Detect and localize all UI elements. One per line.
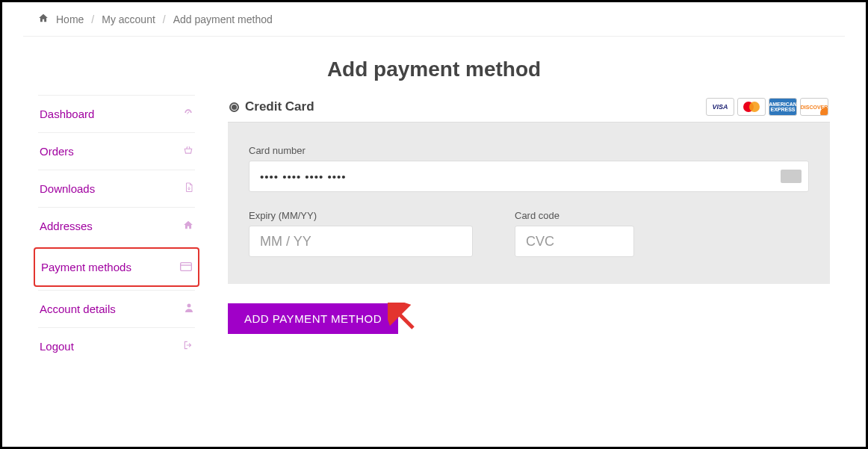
- card-form-panel: Card number •••• •••• •••• •••• Expiry (…: [228, 123, 830, 284]
- sidebar-item-label: Dashboard: [40, 108, 94, 120]
- file-icon: [180, 182, 193, 195]
- credit-card-icon: [179, 261, 192, 273]
- svg-rect-0: [181, 262, 192, 270]
- cvc-label: Card code: [515, 210, 634, 221]
- sidebar-item-label: Downloads: [40, 182, 95, 195]
- main-content: Credit Card VISA AMERICANEXPRESS DISCOVE…: [228, 95, 830, 365]
- sidebar-item-addresses[interactable]: Addresses: [38, 207, 195, 244]
- svg-point-2: [187, 304, 191, 308]
- card-number-mask: •••• •••• •••• ••••: [260, 161, 347, 191]
- basket-icon: [180, 145, 193, 158]
- amex-icon: AMERICANEXPRESS: [769, 98, 797, 116]
- mastercard-icon: [737, 98, 766, 116]
- page-title: Add payment method: [23, 58, 845, 81]
- sidebar-item-account-details[interactable]: Account details: [38, 290, 195, 327]
- visa-icon: VISA: [706, 98, 734, 116]
- dashboard-icon: [180, 108, 193, 120]
- breadcrumb-separator: /: [163, 13, 166, 25]
- card-brand-logos: VISA AMERICANEXPRESS DISCOVER: [706, 98, 828, 116]
- logout-icon: [180, 340, 193, 353]
- sidebar-item-orders[interactable]: Orders: [38, 132, 195, 170]
- sidebar-item-dashboard[interactable]: Dashboard: [38, 95, 195, 132]
- account-sidebar: Dashboard Orders Downloads Addresses: [38, 95, 195, 365]
- sidebar-item-logout[interactable]: Logout: [38, 327, 195, 365]
- sidebar-item-label: Addresses: [40, 220, 93, 232]
- home-icon: [180, 220, 193, 232]
- sidebar-item-label: Logout: [40, 340, 74, 353]
- home-icon: [38, 13, 49, 25]
- radio-credit-card[interactable]: [229, 102, 239, 112]
- expiry-input[interactable]: [249, 226, 473, 257]
- breadcrumb-separator: /: [91, 13, 94, 25]
- cvc-input[interactable]: [515, 226, 634, 257]
- breadcrumb-my-account[interactable]: My account: [102, 13, 155, 25]
- sidebar-item-label: Payment methods: [41, 261, 131, 273]
- user-icon: [180, 303, 193, 315]
- sidebar-item-downloads[interactable]: Downloads: [38, 170, 195, 207]
- card-number-label: Card number: [249, 145, 809, 156]
- card-placeholder-icon: [781, 170, 802, 183]
- card-number-input[interactable]: •••• •••• •••• ••••: [249, 161, 809, 192]
- payment-option-label: Credit Card: [245, 99, 314, 114]
- breadcrumb-current: Add payment method: [173, 13, 273, 25]
- add-payment-method-button[interactable]: ADD PAYMENT METHOD: [228, 303, 398, 334]
- discover-icon: DISCOVER: [800, 98, 828, 116]
- sidebar-item-label: Account details: [40, 303, 116, 315]
- sidebar-item-label: Orders: [40, 145, 74, 158]
- breadcrumb: Home / My account / Add payment method: [23, 2, 845, 37]
- sidebar-item-payment-methods[interactable]: Payment methods: [34, 247, 199, 287]
- payment-option-row[interactable]: Credit Card VISA AMERICANEXPRESS DISCOVE…: [228, 95, 830, 123]
- breadcrumb-home[interactable]: Home: [56, 13, 84, 25]
- expiry-label: Expiry (MM/YY): [249, 210, 473, 221]
